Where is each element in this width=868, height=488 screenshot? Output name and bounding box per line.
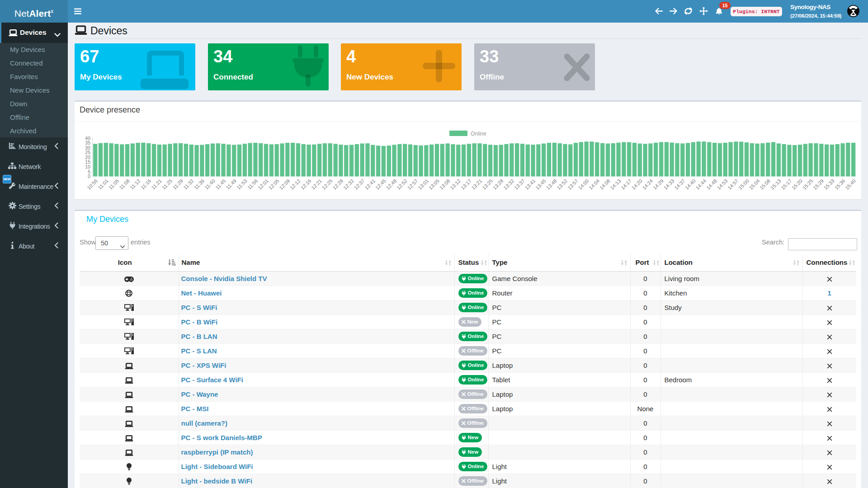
svg-text:0: 0 — [88, 174, 90, 179]
svg-text:14:00: 14:00 — [577, 178, 590, 191]
svg-text:12:16: 12:16 — [300, 178, 312, 191]
svg-text:14:57: 14:57 — [726, 178, 739, 191]
svg-text:12:28: 12:28 — [331, 178, 344, 191]
svg-text:11:56: 11:56 — [246, 178, 259, 190]
svg-text:15:40: 15:40 — [844, 178, 857, 191]
svg-text:13:45: 13:45 — [534, 178, 547, 191]
svg-text:13:41: 13:41 — [524, 178, 537, 191]
svg-text:12:32: 12:32 — [342, 178, 355, 191]
svg-text:15: 15 — [85, 159, 90, 164]
svg-text:15:17: 15:17 — [780, 178, 793, 191]
svg-text:12:57: 12:57 — [406, 178, 419, 191]
svg-text:14:04: 14:04 — [588, 178, 600, 191]
svg-text:11:08: 11:08 — [118, 178, 131, 190]
svg-text:12:01: 12:01 — [257, 178, 269, 191]
svg-text:11:36: 11:36 — [193, 178, 205, 190]
svg-text:11:05: 11:05 — [108, 178, 120, 190]
svg-text:14:29: 14:29 — [652, 178, 665, 191]
svg-text:13:01: 13:01 — [417, 178, 429, 191]
svg-text:12:37: 12:37 — [353, 178, 366, 191]
svg-text:20: 20 — [85, 155, 90, 160]
svg-text:13:21: 13:21 — [470, 178, 483, 191]
svg-text:13:32: 13:32 — [502, 178, 515, 191]
svg-text:35: 35 — [85, 140, 90, 145]
svg-text:5: 5 — [88, 169, 90, 174]
svg-text:14:33: 14:33 — [663, 178, 675, 191]
svg-text:15:36: 15:36 — [834, 178, 846, 191]
svg-text:40: 40 — [85, 136, 90, 141]
svg-text:13:08: 13:08 — [439, 178, 451, 191]
svg-text:15:29: 15:29 — [812, 178, 825, 191]
svg-text:11:21: 11:21 — [150, 178, 162, 190]
svg-text:11:40: 11:40 — [204, 178, 216, 190]
svg-text:12:48: 12:48 — [385, 178, 397, 191]
svg-text:14:20: 14:20 — [631, 178, 643, 191]
svg-text:11:01: 11:01 — [97, 178, 109, 190]
svg-text:12:41: 12:41 — [363, 178, 376, 191]
svg-text:13:12: 13:12 — [449, 178, 462, 191]
svg-text:12:25: 12:25 — [321, 178, 334, 191]
svg-text:11:12: 11:12 — [129, 178, 141, 190]
svg-text:14:08: 14:08 — [599, 178, 611, 191]
svg-text:13:28: 13:28 — [492, 178, 505, 191]
svg-text:15:13: 15:13 — [769, 178, 782, 191]
svg-text:13:17: 13:17 — [460, 178, 472, 191]
svg-text:15:08: 15:08 — [759, 178, 771, 191]
svg-text:11:32: 11:32 — [182, 178, 194, 190]
svg-text:10: 10 — [85, 164, 90, 169]
svg-text:14:17: 14:17 — [620, 178, 632, 191]
svg-text:13:25: 13:25 — [481, 178, 494, 191]
svg-text:14:44: 14:44 — [694, 178, 707, 191]
svg-text:14:37: 14:37 — [673, 178, 686, 191]
svg-text:10:56: 10:56 — [86, 178, 99, 191]
svg-text:13:57: 13:57 — [566, 178, 579, 191]
svg-text:13:05: 13:05 — [428, 178, 440, 191]
svg-text:25: 25 — [85, 150, 90, 155]
svg-text:15:20: 15:20 — [791, 178, 803, 191]
svg-text:11:16: 11:16 — [140, 178, 152, 190]
svg-text:15:04: 15:04 — [748, 178, 761, 191]
svg-text:12:12: 12:12 — [289, 178, 302, 191]
svg-text:14:13: 14:13 — [609, 178, 622, 191]
svg-text:12:09: 12:09 — [278, 178, 291, 191]
svg-text:11:53: 11:53 — [236, 178, 248, 190]
svg-text:13:48: 13:48 — [545, 178, 558, 191]
svg-text:15:33: 15:33 — [823, 178, 835, 191]
svg-text:12:05: 12:05 — [268, 178, 280, 191]
svg-text:13:52: 13:52 — [556, 178, 568, 191]
svg-text:11:25: 11:25 — [161, 178, 173, 190]
svg-text:11:45: 11:45 — [214, 178, 226, 190]
svg-text:30: 30 — [85, 145, 90, 150]
svg-text:14:24: 14:24 — [641, 178, 654, 191]
svg-text:11:29: 11:29 — [172, 178, 184, 190]
svg-text:12:21: 12:21 — [310, 178, 323, 191]
svg-text:12:45: 12:45 — [374, 178, 387, 191]
svg-text:11:49: 11:49 — [225, 178, 237, 190]
svg-text:15:00: 15:00 — [737, 178, 750, 191]
svg-text:14:40: 14:40 — [684, 178, 697, 191]
svg-text:14:48: 14:48 — [705, 178, 718, 191]
svg-text:13:37: 13:37 — [513, 178, 526, 191]
svg-text:15:25: 15:25 — [802, 178, 814, 191]
svg-text:Online: Online — [471, 131, 486, 137]
svg-text:12:52: 12:52 — [396, 178, 408, 191]
svg-text:14:53: 14:53 — [716, 178, 729, 191]
